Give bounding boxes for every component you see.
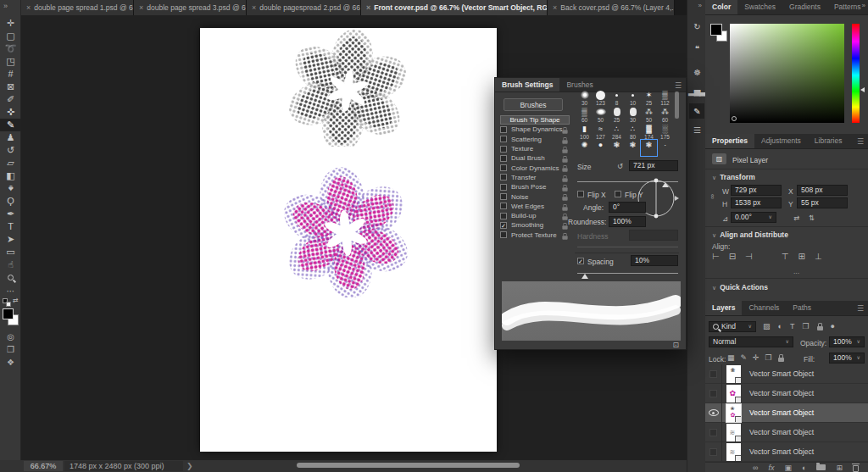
brush-tip-cell[interactable]: 123 [593, 90, 609, 106]
brush-tip-cell[interactable]: ∴284 [609, 124, 625, 140]
lock-icon[interactable] [562, 226, 567, 230]
layer-row[interactable]: ✿Vector Smart Object [705, 384, 868, 403]
tab-swatches[interactable]: Swatches [737, 0, 782, 14]
align-section-header[interactable]: ∨Align and Distribute [712, 230, 788, 239]
brush-setting-item[interactable]: Color Dynamics [497, 163, 573, 172]
tool-history-brush[interactable]: ↺ [0, 144, 21, 157]
setting-checkbox[interactable] [500, 155, 507, 162]
setting-checkbox[interactable] [500, 126, 507, 133]
dock-tool-presets-button[interactable]: ☰ [689, 122, 704, 137]
brush-tip-shape-item[interactable]: Brush Tip Shape [500, 115, 570, 125]
layer-row[interactable]: ≋Vector Smart Object [705, 442, 868, 462]
size-reset-icon[interactable]: ↺ [617, 162, 623, 170]
setting-checkbox[interactable] [500, 184, 507, 191]
brush-setting-item[interactable]: Build-up [497, 211, 573, 220]
setting-checkbox[interactable] [500, 193, 507, 200]
lock-all-icon[interactable] [778, 358, 784, 362]
brush-tip-cell[interactable]: 10 [625, 90, 641, 106]
close-tab-icon[interactable]: × [139, 3, 143, 12]
document-tab[interactable]: ×Front cover.psd @ 66.7% (Vector Smart O… [361, 0, 548, 15]
lock-icon[interactable] [562, 187, 567, 192]
brush-tip-cell[interactable]: 30 [576, 90, 593, 106]
close-tab-icon[interactable]: × [366, 3, 370, 12]
close-tab-icon[interactable]: × [252, 3, 256, 12]
brush-tip-cell[interactable]: 30 [625, 107, 641, 123]
tool-blur[interactable]: ♠ [0, 182, 21, 195]
brush-tip-cell[interactable]: 25 [609, 107, 625, 123]
tool-brush[interactable]: ✎ [0, 119, 21, 131]
brush-tip-cell[interactable]: ❃ [609, 140, 625, 156]
align-center-h-button[interactable]: ⊟ [729, 252, 736, 261]
spacing-slider[interactable] [577, 273, 678, 274]
fill-dropdown[interactable]: 100%∨ [829, 353, 865, 364]
tab-adjustments[interactable]: Adjustments [754, 134, 808, 148]
more-tools-button[interactable]: ⋯ [0, 286, 21, 296]
layer-visibility-toggle[interactable] [705, 384, 722, 403]
lock-icon[interactable] [562, 140, 567, 144]
angle-field[interactable]: 0° [609, 202, 646, 213]
swap-colors-icon[interactable]: ⇄ [13, 297, 19, 304]
align-center-v-button[interactable]: ⊞ [798, 252, 805, 261]
brush-tip-cell[interactable]: ⁂60 [657, 107, 673, 123]
create-new-brush-icon[interactable]: ⊡ [672, 341, 679, 349]
setting-checkbox[interactable] [500, 213, 507, 219]
setting-checkbox[interactable] [500, 164, 507, 171]
tool-pen[interactable]: ✒ [0, 208, 21, 220]
tab-properties[interactable]: Properties [705, 134, 754, 148]
setting-checkbox[interactable] [500, 203, 507, 209]
align-left-button[interactable]: ⊢ [712, 252, 720, 261]
tool-object-selection[interactable]: ◳ [0, 55, 21, 68]
brush-tip-cell[interactable]: ▒112 [657, 90, 673, 106]
brush-tip-cell[interactable]: ░175 [657, 124, 673, 140]
brush-tip-cell[interactable]: ∴80 [625, 124, 641, 140]
layer-row[interactable]: ≋Vector Smart Object [705, 423, 868, 442]
zoom-level-field[interactable]: 66.67% [24, 461, 63, 471]
toolbar-collapse-icon[interactable]: » [3, 2, 8, 10]
adjustment-icon[interactable]: ◐ [802, 464, 806, 472]
layer-visibility-toggle[interactable] [705, 442, 722, 462]
brush-tip-cell[interactable]: ✺ [576, 140, 593, 156]
tool-crop[interactable]: # [0, 68, 21, 81]
foreground-color-swatch[interactable] [3, 308, 14, 319]
blend-mode-dropdown[interactable]: Normal∨ [709, 336, 793, 347]
brush-setting-item[interactable]: Brush Tip Shape [497, 115, 573, 125]
brush-setting-item[interactable]: Wet Edges [497, 202, 573, 211]
document-size-readout[interactable]: 1748 px x 2480 px (300 ppi) [64, 461, 183, 471]
smart-object-filter-icon[interactable] [817, 326, 823, 330]
height-field[interactable]: 1538 px [731, 197, 782, 208]
align-more-button[interactable]: ... [793, 267, 799, 275]
lock-icon[interactable] [562, 169, 567, 173]
tab-paths[interactable]: Paths [786, 301, 818, 315]
y-field[interactable]: 55 px [797, 197, 848, 208]
brush-tip-cell[interactable]: ⁂50 [641, 107, 657, 123]
color-saturation-field[interactable] [730, 24, 844, 123]
screen-mode-button[interactable]: ❐ [0, 345, 21, 354]
flip-y-checkbox[interactable] [615, 191, 621, 197]
tool-eraser[interactable]: ▱ [0, 157, 21, 169]
setting-checkbox[interactable] [500, 136, 507, 142]
hue-slider-marker[interactable] [860, 87, 865, 92]
setting-checkbox[interactable] [500, 231, 507, 238]
layer-visibility-toggle[interactable] [705, 403, 722, 423]
roundness-field[interactable]: 100% [609, 216, 646, 227]
setting-checkbox[interactable] [500, 146, 507, 153]
panel-menu-icon[interactable]: ☰ [675, 78, 686, 92]
tool-frame[interactable]: ⊠ [0, 81, 21, 93]
dock-comment-button[interactable]: ❝ [689, 41, 704, 56]
layer-thumbnail[interactable]: ❀ [722, 365, 744, 383]
dock-wheel-button[interactable]: ☸ [689, 64, 704, 80]
brush-tip-cell[interactable]: 8 [609, 90, 625, 106]
document-tab[interactable]: ×double page spread 1.psd @ 66.7... [21, 0, 134, 15]
x-field[interactable]: 508 px [797, 185, 848, 196]
setting-checkbox[interactable]: ✓ [500, 222, 507, 229]
spacing-field[interactable]: 10% [631, 255, 678, 266]
tool-lasso[interactable]: ➰ [0, 42, 21, 55]
tool-dodge[interactable]: Ϙ [0, 195, 21, 208]
document-page[interactable] [200, 28, 497, 452]
align-right-button[interactable]: ⊣ [745, 252, 753, 261]
flip-vertical-icon[interactable]: ⇅ [809, 214, 815, 222]
quick-mask-button[interactable]: ◎ [0, 332, 21, 342]
close-tab-icon[interactable]: × [26, 3, 31, 12]
layer-thumbnail[interactable]: ✿ [722, 385, 744, 403]
kind-filter-dropdown[interactable]: Kind∨ [709, 321, 756, 332]
